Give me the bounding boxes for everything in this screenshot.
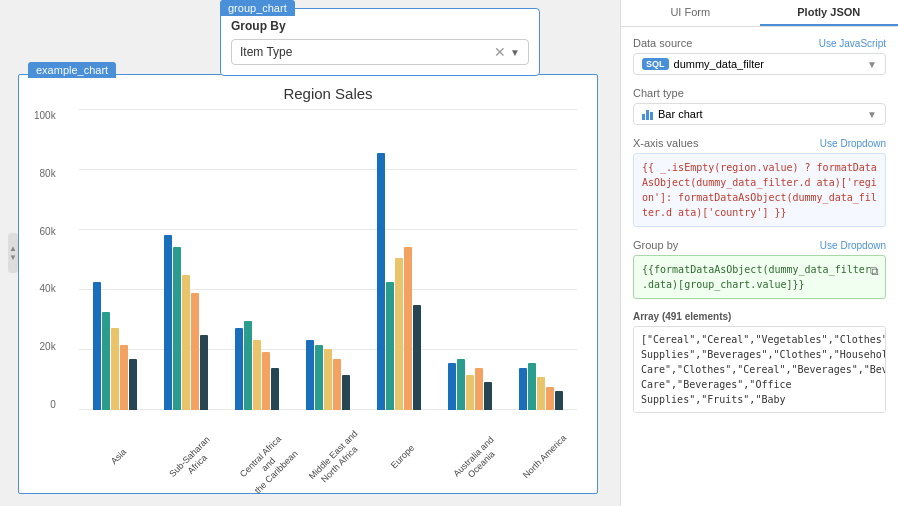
y-label-100k: 100k: [34, 110, 56, 121]
bar-6-4: [555, 391, 563, 410]
copy-icon[interactable]: ⧉: [870, 262, 879, 280]
bar-5-4: [484, 382, 492, 410]
use-javascript-link[interactable]: Use JavaScript: [819, 38, 886, 49]
bar-4-0: [377, 153, 385, 410]
array-title: Array (491 elements): [633, 311, 886, 322]
datasource-row[interactable]: SQL dummy_data_filter ▼: [633, 53, 886, 75]
tab-plotly-json[interactable]: Plotly JSON: [760, 0, 899, 26]
bar-1-0: [164, 235, 172, 410]
bar-1-4: [200, 335, 208, 410]
chart-type-chevron: ▼: [867, 109, 877, 120]
data-source-section: Data source Use JavaScript SQL dummy_dat…: [633, 37, 886, 75]
bar-6-1: [528, 363, 536, 410]
group-by-select[interactable]: Item Type ✕ ▼: [231, 39, 529, 65]
array-section: Array (491 elements) ["Cereal","Cereal",…: [633, 311, 886, 413]
x-label-3: Middle East and North Africa: [307, 431, 372, 496]
sql-badge: SQL: [642, 58, 669, 70]
bar-3-0: [306, 340, 314, 410]
scroll-indicator-left[interactable]: ▲▼: [8, 233, 18, 273]
bar-5-1: [457, 359, 465, 410]
x-label-6: North America: [520, 431, 585, 496]
bar-icon-2: [646, 110, 649, 120]
bar-0-2: [111, 328, 119, 410]
bar-1-3: [191, 293, 199, 410]
bar-group-1: [164, 235, 208, 410]
x-axis-use-dropdown-link[interactable]: Use Dropdown: [820, 138, 886, 149]
bar-1-2: [182, 275, 190, 410]
bar-group-2: [235, 321, 279, 410]
group-by-use-dropdown-link[interactable]: Use Dropdown: [820, 240, 886, 251]
group-by-code-text: {{formatDataAsObject(dummy_data_filter .…: [642, 264, 871, 290]
bar-group-6: [519, 363, 563, 410]
x-label-5: Australia and Oceania: [449, 431, 514, 496]
chart-type-text: Bar chart: [658, 108, 703, 120]
ds-left: SQL dummy_data_filter: [642, 58, 764, 70]
bar-3-4: [342, 375, 350, 410]
right-panel: UI Form Plotly JSON Data source Use Java…: [620, 0, 898, 506]
x-axis-code-block[interactable]: {{ _.isEmpty(region.value) ? formatDataA…: [633, 153, 886, 227]
y-label-40k: 40k: [34, 283, 56, 294]
bar-group-5: [448, 359, 492, 410]
bar-5-2: [466, 375, 474, 410]
bar-3-2: [324, 349, 332, 410]
bar-0-0: [93, 282, 101, 410]
x-axis-label: X-axis values Use Dropdown: [633, 137, 886, 149]
example-chart-label[interactable]: example_chart: [28, 62, 116, 78]
bar-4-1: [386, 282, 394, 410]
chart-type-row[interactable]: Bar chart ▼: [633, 103, 886, 125]
y-axis-labels: 0 20k 40k 60k 80k 100k: [34, 110, 56, 410]
bar-group-4: [377, 153, 421, 410]
chart-type-label-text: Chart type: [633, 87, 684, 99]
bar-1-1: [173, 247, 181, 410]
group-by-select-text: Item Type: [240, 45, 292, 59]
bar-2-3: [262, 352, 270, 410]
chart-area: 0 20k 40k 60k 80k 100k AsiaSub-Saharan A…: [79, 110, 577, 410]
bar-4-3: [404, 247, 412, 410]
x-label-2: Central Africa and the Caribbean: [236, 431, 301, 496]
x-axis-label-text: X-axis values: [633, 137, 698, 149]
right-top-tabs: UI Form Plotly JSON: [621, 0, 898, 27]
right-content[interactable]: Data source Use JavaScript SQL dummy_dat…: [621, 27, 898, 506]
clear-icon[interactable]: ✕: [494, 44, 506, 60]
chart-title: Region Sales: [79, 85, 577, 102]
chevron-down-icon[interactable]: ▼: [510, 47, 520, 58]
x-label-1: Sub-Saharan Africa: [164, 431, 229, 496]
group-by-label: Group By: [231, 19, 529, 33]
tab-ui-form[interactable]: UI Form: [621, 0, 760, 26]
bar-2-1: [244, 321, 252, 410]
datasource-chevron: ▼: [867, 59, 877, 70]
bar-2-2: [253, 340, 261, 410]
bar-icon-1: [642, 114, 645, 120]
data-source-label: Data source Use JavaScript: [633, 37, 886, 49]
chart-container: Region Sales 0 20k 40k 60k 80k 100k: [18, 74, 598, 494]
group-by-label-text: Group by: [633, 239, 678, 251]
bar-0-4: [129, 359, 137, 410]
bar-0-3: [120, 345, 128, 410]
array-content[interactable]: ["Cereal","Cereal","Vegetables","Clothes…: [633, 326, 886, 413]
bar-4-2: [395, 258, 403, 410]
data-source-label-text: Data source: [633, 37, 692, 49]
bar-0-1: [102, 312, 110, 410]
bar-5-0: [448, 363, 456, 410]
group-by-code-block[interactable]: {{formatDataAsObject(dummy_data_filter .…: [633, 255, 886, 299]
x-label-0: Asia: [93, 431, 158, 496]
bar-4-4: [413, 305, 421, 410]
group-chart-tab[interactable]: group_chart: [220, 0, 295, 16]
bar-6-2: [537, 377, 545, 410]
left-panel: group_chart Group By Item Type ✕ ▼ examp…: [0, 0, 620, 506]
bar-group-0: [93, 282, 137, 410]
group-by-panel: Group By Item Type ✕ ▼: [220, 8, 540, 76]
datasource-name: dummy_data_filter: [674, 58, 765, 70]
x-label-4: Europe: [378, 431, 443, 496]
y-label-60k: 60k: [34, 226, 56, 237]
chart-type-left: Bar chart: [642, 108, 703, 120]
bar-2-4: [271, 368, 279, 410]
bar-3-1: [315, 345, 323, 410]
y-label-0: 0: [34, 399, 56, 410]
bar-chart-icon: [642, 108, 653, 120]
y-label-80k: 80k: [34, 168, 56, 179]
y-label-20k: 20k: [34, 341, 56, 352]
bar-2-0: [235, 328, 243, 410]
x-axis-labels: AsiaSub-Saharan AfricaCentral Africa and…: [79, 453, 577, 485]
bar-group-3: [306, 340, 350, 410]
